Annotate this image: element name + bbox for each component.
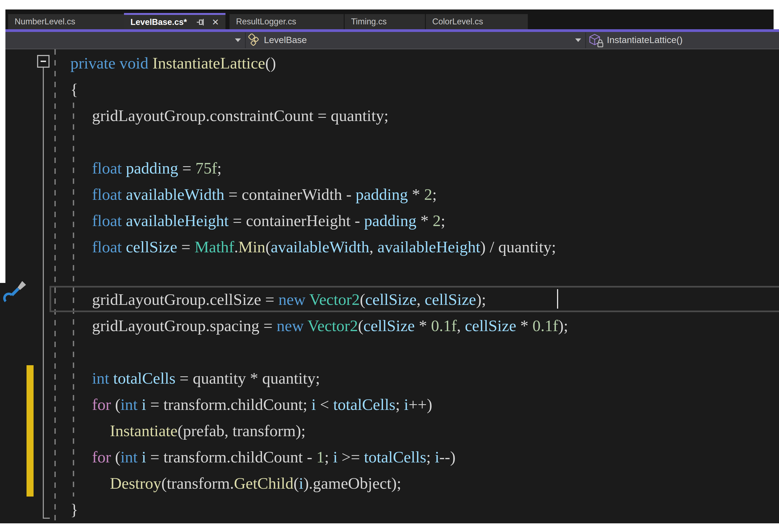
tab-timing-cs[interactable]: Timing.cs [345, 14, 425, 29]
code-line-11[interactable]: gridLayoutGroup.spacing = new Vector2(ce… [92, 313, 568, 339]
page-margin-bottom [0, 523, 779, 532]
code-token [109, 369, 113, 387]
code-token: gridLayoutGroup.cellSize = [92, 291, 279, 308]
tab-label: LevelBase.cs* [124, 17, 187, 27]
private-method-cube-icon [589, 34, 605, 50]
code-line-18[interactable]: } [70, 496, 78, 523]
code-line-2[interactable]: { [70, 76, 78, 103]
code-token: gridLayoutGroup.constraintCount = quanti… [92, 107, 388, 125]
code-token [304, 317, 307, 335]
tab-label: NumberLevel.cs [8, 17, 75, 26]
code-line-15[interactable]: Instantiate(prefab, transform); [110, 418, 306, 444]
code-token: padding [126, 159, 178, 177]
code-token: padding [364, 212, 416, 230]
code-token [137, 448, 141, 466]
code-token: ; [426, 448, 435, 466]
code-token: int [120, 448, 137, 466]
code-token: 0.1f [532, 317, 558, 335]
code-token: , [369, 238, 377, 256]
class-dropdown[interactable]: LevelBase [264, 35, 307, 45]
tab-numberlevel-cs[interactable]: NumberLevel.cs [8, 14, 124, 29]
code-token: (prefab, transform); [178, 422, 306, 440]
code-token: availableHeight [126, 212, 229, 230]
code-line-5[interactable]: float padding = 75f; [92, 155, 222, 181]
code-token: float [92, 238, 122, 256]
code-line-6[interactable]: float availableWidth = containerWidth - … [92, 181, 437, 208]
code-line-3[interactable]: gridLayoutGroup.constraintCount = quanti… [92, 103, 388, 129]
tab-label: Timing.cs [345, 17, 386, 26]
code-token: availableHeight [377, 238, 480, 256]
code-token: GetChild [234, 474, 293, 492]
pen-pointer-icon [3, 279, 29, 309]
code-line-8[interactable]: float cellSize = Mathf.Min(availableWidt… [92, 234, 556, 260]
code-token: i [141, 448, 146, 466]
tab-levelbase-cs-[interactable]: LevelBase.cs*✕ [124, 13, 226, 29]
code-token: Vector2 [309, 291, 360, 308]
code-line-10[interactable]: gridLayoutGroup.cellSize = new Vector2(c… [92, 286, 486, 313]
code-token: = transform.childCount - [146, 448, 316, 466]
code-token: i [311, 396, 316, 413]
close-icon[interactable]: ✕ [212, 18, 219, 26]
code-token: i [333, 448, 338, 466]
code-token: Vector2 [307, 317, 358, 335]
class-icon [247, 34, 261, 49]
outline-region-end [43, 518, 50, 519]
code-line-1[interactable]: private void InstantiateLattice() [70, 50, 276, 76]
code-token: float [92, 212, 122, 230]
code-token: (transform. [161, 474, 234, 492]
code-line-16[interactable]: for (int i = transform.childCount - 1; i… [92, 444, 456, 470]
code-token: } [70, 500, 78, 519]
code-token: = containerWidth - [224, 185, 356, 203]
outline-region-line [43, 68, 44, 519]
code-line-13[interactable]: int totalCells = quantity * quantity; [92, 365, 320, 392]
tab-strip-accent-line [5, 29, 779, 32]
code-token: for [92, 396, 111, 413]
page-margin-left [0, 49, 5, 283]
document-tab-strip: NumberLevel.csLevelBase.cs*✕ResultLogger… [5, 9, 774, 29]
code-token: cellSize [365, 291, 417, 308]
chevron-down-icon[interactable] [575, 39, 581, 42]
code-token: ); [558, 317, 568, 335]
code-token: ( [293, 474, 299, 492]
code-token: new [279, 291, 306, 308]
code-token: private [70, 54, 116, 72]
page-margin-right [774, 0, 779, 29]
code-token: . [234, 238, 238, 256]
tab-colorlevel-cs[interactable]: ColorLevel.cs [426, 14, 528, 29]
code-line-14[interactable]: for (int i = transform.childCount; i < t… [92, 392, 432, 418]
code-token: ( [360, 291, 365, 308]
code-token: float [92, 185, 122, 203]
code-token [137, 396, 141, 413]
code-token: totalCells [333, 396, 396, 413]
code-token: totalCells [364, 448, 426, 466]
code-token: * [408, 185, 424, 203]
code-token: for [92, 448, 111, 466]
code-token: 2 [424, 185, 432, 203]
code-token: = [177, 238, 195, 256]
code-line-7[interactable]: float availableHeight = containerHeight … [92, 208, 445, 234]
code-line-17[interactable]: Destroy(transform.GetChild(i).gameObject… [110, 470, 401, 496]
code-token: 1 [316, 448, 324, 466]
code-token: --) [439, 448, 456, 466]
page-margin-top [0, 0, 779, 9]
code-token: ; [432, 185, 437, 203]
code-token [306, 291, 309, 308]
code-token [116, 54, 120, 72]
member-dropdown[interactable]: InstantiateLattice() [607, 35, 683, 45]
code-token: Mathf [195, 238, 234, 256]
code-token: padding [356, 185, 408, 203]
code-token: ( [358, 317, 363, 335]
collapse-region-toggle[interactable] [37, 55, 50, 68]
code-token: cellSize [465, 317, 516, 335]
code-token: availableWidth [126, 185, 224, 203]
chevron-down-icon[interactable] [235, 39, 241, 42]
code-token: i [299, 474, 303, 492]
code-token: Instantiate [110, 422, 178, 440]
pin-icon[interactable] [196, 18, 205, 26]
code-token: = quantity * quantity; [175, 369, 320, 387]
code-token [148, 54, 153, 72]
code-token: ; [217, 159, 222, 177]
tab-resultlogger-cs[interactable]: ResultLogger.cs [230, 14, 344, 29]
code-token: ) / quantity; [480, 238, 556, 256]
code-token: ).gameObject); [303, 474, 402, 492]
